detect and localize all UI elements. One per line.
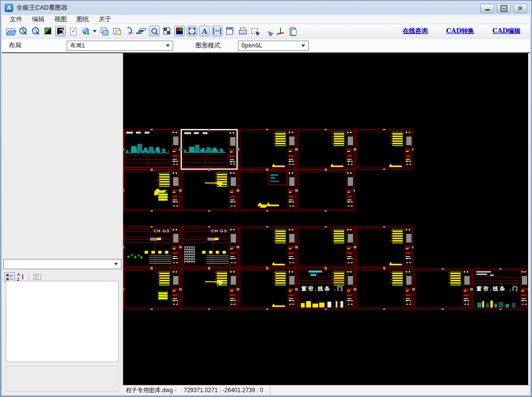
ymarkrow-graphic: [145, 251, 170, 254]
link-online-consult[interactable]: 在线咨询: [403, 27, 428, 35]
drawing-sheet-s5[interactable]: [355, 129, 413, 169]
copy-view-icon[interactable]: [99, 26, 109, 36]
render-mode-icon[interactable]: [80, 26, 91, 36]
circle-mark-icon[interactable]: [149, 26, 160, 36]
drawing-sheet-s15[interactable]: [123, 269, 180, 309]
drawing-sheet-s4[interactable]: [297, 129, 355, 169]
drawing-sheet-s21[interactable]: 窗帘.线条 .门: [472, 269, 528, 309]
strip-graphic: [405, 131, 412, 168]
drawing-sheet-s18[interactable]: 窗帘.线条 .门: [297, 269, 355, 309]
object-select[interactable]: [3, 259, 121, 269]
drawing-sheet-s13[interactable]: [297, 227, 355, 268]
layers-icon[interactable]: [136, 26, 147, 36]
drawing-sheet-s2[interactable]: [181, 129, 237, 169]
strip-graphic: [288, 171, 295, 210]
drawing-sheet-s7[interactable]: [181, 170, 237, 211]
link-cad-edit[interactable]: CAD编辑: [492, 27, 520, 35]
strip-graphic: [346, 270, 353, 308]
select-cursor-icon[interactable]: [262, 26, 273, 36]
vline-graphic: [212, 241, 213, 265]
text-display-icon[interactable]: [199, 26, 210, 36]
drawing-sheet-s14[interactable]: [355, 227, 413, 268]
drawing-sheet-s17[interactable]: [238, 269, 296, 309]
strip-graphic: [172, 228, 178, 266]
layout-select[interactable]: 布局1: [67, 41, 173, 51]
render-mode-dropdown-icon[interactable]: [92, 26, 98, 36]
menu-item-edit[interactable]: 编辑: [27, 15, 49, 24]
menu-item-view[interactable]: 视图: [49, 15, 72, 24]
drawing-sheet-s6[interactable]: [123, 170, 180, 211]
drawing-sheet-s1[interactable]: [123, 129, 180, 169]
drawing-sheet-s11[interactable]: CH GS: [181, 227, 237, 268]
table-graphic: [275, 271, 286, 286]
check-drawing-icon[interactable]: [68, 26, 78, 36]
menu-item-file[interactable]: 文件: [5, 15, 27, 24]
drawing-sheet-s20[interactable]: [414, 269, 471, 309]
open-file-icon[interactable]: [5, 26, 15, 36]
paste-view-icon[interactable]: [111, 26, 122, 36]
ucs-axes-icon[interactable]: [275, 26, 285, 36]
menu-item-about[interactable]: 关于: [94, 15, 116, 24]
ybottom-graphic: [331, 164, 343, 167]
plants-graphic: [126, 253, 143, 260]
split-view-icon[interactable]: [162, 26, 172, 36]
menu-item-sheet[interactable]: 图纸: [72, 15, 94, 24]
strip-graphic: [172, 270, 178, 308]
drawing-sheet-s12[interactable]: [238, 227, 296, 268]
maximize-button[interactable]: [497, 4, 511, 13]
color-squares-icon[interactable]: [174, 26, 185, 36]
drawing-sheet-s10[interactable]: CH GS: [123, 227, 180, 268]
status-filename: 程子专用图库.dwg -: [126, 386, 181, 395]
invert-background-icon[interactable]: [43, 26, 53, 36]
strip-graphic: [520, 270, 527, 308]
drawing-sheet-s3[interactable]: [238, 129, 296, 169]
chevron-down-icon: [166, 45, 170, 49]
table-graphic: [334, 132, 344, 146]
graytext-graphic: [476, 271, 498, 278]
zoom-in-icon[interactable]: [17, 26, 28, 36]
sheet-label: 窗帘.线条 .门: [301, 285, 344, 292]
layout-bar: 布局 布局1 图形模式 OpenGL: [2, 39, 530, 52]
toplines2-graphic: [474, 277, 520, 284]
strip-graphic: [172, 171, 178, 210]
rotate-35-icon[interactable]: [124, 26, 134, 36]
drawing-sheet-s9[interactable]: [297, 170, 355, 211]
drawing-sheet-s16[interactable]: [181, 269, 237, 309]
measure-icon[interactable]: [212, 26, 222, 36]
table-graphic: [159, 271, 170, 286]
print-icon[interactable]: [237, 26, 248, 36]
drawing-sheet-s19[interactable]: [355, 269, 413, 309]
property-list[interactable]: [6, 281, 118, 362]
strip-graphic: [172, 131, 178, 168]
link-cad-convert[interactable]: CAD转换: [446, 27, 474, 35]
wtext-graphic: [184, 132, 209, 135]
yline-graphic: [205, 281, 222, 282]
application-window: 全能王CAD看图器 文件编辑视图图纸关于 在线咨询CAD转换CAD编辑 布局 布…: [0, 0, 532, 397]
table-graphic: [450, 271, 461, 286]
table-graphic: [334, 271, 344, 286]
export-bmp-icon[interactable]: [224, 26, 235, 36]
zoom-out-icon[interactable]: [30, 26, 41, 36]
clipboard-icon[interactable]: [287, 26, 298, 36]
graphics-mode-select[interactable]: OpenGL: [238, 41, 309, 51]
fit-view-icon[interactable]: [187, 26, 197, 36]
ybottom-graphic: [272, 304, 285, 307]
strip-graphic: [346, 228, 353, 266]
table-graphic: [334, 229, 344, 244]
zoom-window-icon[interactable]: [250, 26, 260, 36]
sort-alphabetical-icon[interactable]: [15, 272, 26, 282]
black-background-icon[interactable]: [55, 26, 66, 36]
cad-canvas[interactable]: CH GSCH GS窗帘.线条 .门窗帘.线条 .门: [123, 53, 528, 385]
strip-graphic: [288, 228, 295, 266]
close-button[interactable]: [513, 4, 527, 13]
chevron-down-icon: [114, 263, 118, 267]
toolbar-icons: [4, 26, 299, 36]
drawing-sheet-s8[interactable]: [238, 170, 296, 211]
table-graphic: [275, 132, 286, 146]
categorized-icon[interactable]: [4, 272, 15, 282]
strip-graphic: [288, 131, 295, 168]
minimize-button[interactable]: [480, 4, 494, 13]
iconsyellow-graphic: [300, 301, 344, 307]
table-graphic: [392, 229, 403, 244]
layout-label: 布局: [9, 41, 67, 50]
